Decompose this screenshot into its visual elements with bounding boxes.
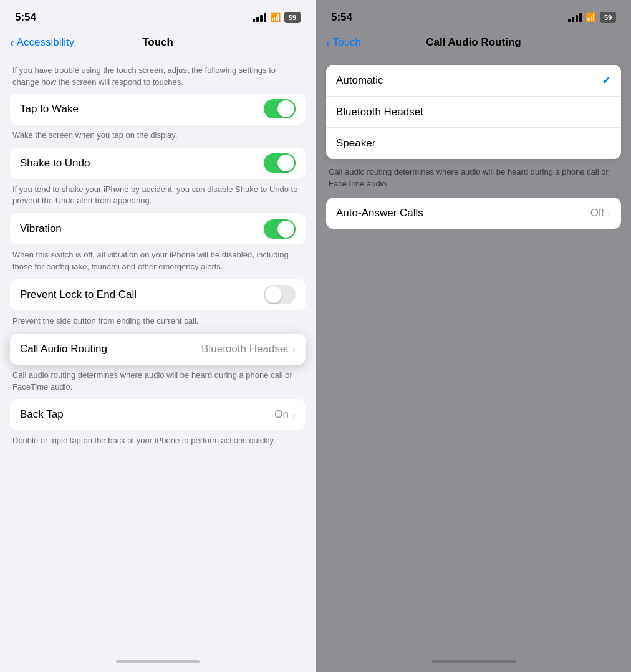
content-left: If you have trouble using the touch scre… bbox=[0, 57, 316, 651]
back-button-left[interactable]: ‹ Accessibility bbox=[10, 36, 74, 49]
nav-header-right: ‹ Touch Call Audio Routing bbox=[316, 30, 631, 57]
back-label-right: Touch bbox=[333, 36, 361, 49]
signal-bars-right bbox=[568, 13, 582, 22]
back-tap-label: Back Tap bbox=[20, 408, 274, 421]
back-tap-value: On bbox=[274, 408, 289, 421]
back-tap-group: Back Tap On › bbox=[10, 399, 306, 430]
call-audio-routing-row[interactable]: Call Audio Routing Bluetooth Headset › bbox=[10, 334, 306, 365]
content-right: Automatic ✓ Bluetooth Headset Speaker Ca… bbox=[316, 57, 631, 651]
wifi-icon-left: 📶 bbox=[270, 12, 281, 22]
status-time-left: 5:54 bbox=[15, 11, 36, 24]
battery-right: 59 bbox=[600, 12, 616, 23]
shake-to-undo-toggle[interactable] bbox=[264, 153, 296, 173]
prevent-lock-knob bbox=[265, 286, 282, 303]
back-chevron-right: ‹ bbox=[326, 36, 330, 49]
prevent-lock-group: Prevent Lock to End Call bbox=[10, 279, 306, 310]
status-icons-right: 📶 59 bbox=[568, 12, 616, 23]
option-bluetooth-label: Bluetooth Headset bbox=[336, 106, 611, 118]
back-label-left: Accessibility bbox=[17, 36, 75, 49]
home-bar-left bbox=[0, 651, 316, 672]
status-time-right: 5:54 bbox=[331, 11, 352, 24]
call-audio-desc: Call audio routing determines where audi… bbox=[0, 367, 316, 400]
option-speaker-row[interactable]: Speaker bbox=[326, 128, 621, 159]
signal-bars-left bbox=[253, 13, 266, 22]
home-bar-line-right bbox=[432, 660, 516, 663]
shake-to-undo-group: Shake to Undo bbox=[10, 148, 306, 179]
auto-answer-value: Off bbox=[590, 207, 604, 219]
tap-to-wake-knob bbox=[277, 100, 294, 117]
nav-header-left: ‹ Accessibility Touch bbox=[0, 30, 316, 57]
vibration-desc: When this switch is off, all vibration o… bbox=[0, 247, 316, 279]
call-audio-routing-value: Bluetooth Headset bbox=[201, 343, 289, 355]
audio-routing-options: Automatic ✓ Bluetooth Headset Speaker bbox=[326, 65, 621, 159]
left-phone-panel: 5:54 📶 59 ‹ Accessibility Touch If you h… bbox=[0, 0, 316, 672]
auto-answer-section: Call audio routing determines where audi… bbox=[326, 164, 621, 229]
auto-answer-group: Auto-Answer Calls Off › bbox=[326, 198, 621, 229]
tap-to-wake-label: Tap to Wake bbox=[20, 103, 264, 115]
call-audio-routing-chevron: › bbox=[292, 343, 296, 354]
status-bar-right: 5:54 📶 59 bbox=[316, 0, 631, 30]
routing-desc-right: Call audio routing determines where audi… bbox=[326, 164, 621, 198]
back-tap-desc: Double or triple tap on the back of your… bbox=[0, 433, 316, 453]
back-tap-row[interactable]: Back Tap On › bbox=[10, 399, 306, 430]
shake-to-undo-row[interactable]: Shake to Undo bbox=[10, 148, 306, 179]
option-automatic-label: Automatic bbox=[336, 74, 602, 87]
back-chevron-left: ‹ bbox=[10, 36, 14, 49]
auto-answer-chevron: › bbox=[608, 208, 611, 218]
right-phone-panel: 5:54 📶 59 ‹ Touch Call Audio Routing Aut… bbox=[316, 0, 631, 672]
option-bluetooth-row[interactable]: Bluetooth Headset bbox=[326, 97, 621, 128]
option-speaker-label: Speaker bbox=[336, 137, 611, 150]
auto-answer-row[interactable]: Auto-Answer Calls Off › bbox=[326, 198, 621, 229]
home-bar-right bbox=[316, 651, 631, 672]
vibration-toggle[interactable] bbox=[264, 219, 296, 239]
status-icons-left: 📶 59 bbox=[253, 12, 301, 23]
shake-to-undo-label: Shake to Undo bbox=[20, 157, 264, 170]
shake-to-undo-knob bbox=[277, 155, 294, 171]
home-bar-line-left bbox=[116, 660, 200, 663]
shake-to-undo-desc: If you tend to shake your iPhone by acci… bbox=[0, 181, 316, 214]
tap-to-wake-row[interactable]: Tap to Wake bbox=[10, 94, 306, 125]
prevent-lock-desc: Prevent the side button from ending the … bbox=[0, 313, 316, 334]
page-title-right: Call Audio Routing bbox=[426, 36, 521, 49]
wifi-icon-right: 📶 bbox=[585, 12, 596, 22]
option-automatic-checkmark: ✓ bbox=[602, 74, 611, 87]
option-automatic-row[interactable]: Automatic ✓ bbox=[326, 65, 621, 97]
tap-to-wake-desc: Wake the screen when you tap on the disp… bbox=[0, 127, 316, 148]
intro-desc: If you have trouble using the touch scre… bbox=[0, 57, 316, 94]
battery-left: 59 bbox=[284, 12, 301, 23]
prevent-lock-row[interactable]: Prevent Lock to End Call bbox=[10, 279, 306, 310]
status-bar-left: 5:54 📶 59 bbox=[0, 0, 316, 30]
prevent-lock-label: Prevent Lock to End Call bbox=[20, 289, 264, 301]
back-tap-chevron: › bbox=[292, 410, 296, 420]
vibration-label: Vibration bbox=[20, 223, 264, 235]
vibration-row[interactable]: Vibration bbox=[10, 213, 306, 244]
auto-answer-label: Auto-Answer Calls bbox=[336, 207, 590, 219]
call-audio-routing-group: Call Audio Routing Bluetooth Headset › bbox=[10, 334, 306, 365]
prevent-lock-toggle[interactable] bbox=[264, 285, 296, 304]
tap-to-wake-toggle[interactable] bbox=[264, 99, 296, 118]
back-button-right[interactable]: ‹ Touch bbox=[326, 36, 361, 49]
call-audio-routing-label: Call Audio Routing bbox=[20, 343, 201, 355]
tap-to-wake-group: Tap to Wake bbox=[10, 94, 306, 125]
vibration-knob bbox=[277, 221, 294, 238]
page-title-left: Touch bbox=[142, 36, 173, 49]
vibration-group: Vibration bbox=[10, 213, 306, 244]
